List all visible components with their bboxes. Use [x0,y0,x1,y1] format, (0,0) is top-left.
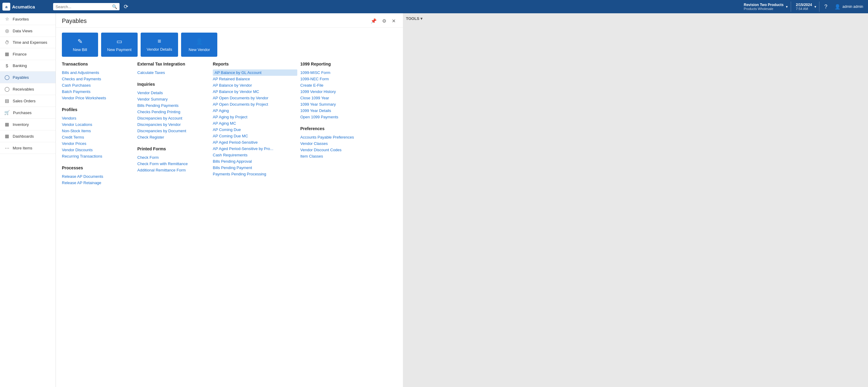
vendor-discount-codes-link[interactable]: Vendor Discount Codes [300,147,385,153]
1099-year-summary-link[interactable]: 1099 Year Summary [300,101,385,108]
ap-balance-gl-link[interactable]: AP Balance by GL Account [213,69,297,76]
tools-header[interactable]: TOOLS ▾ [406,16,865,21]
ap-balance-vendor-mc-link[interactable]: AP Balance by Vendor MC [213,88,297,95]
cash-requirements-link[interactable]: Cash Requirements [213,152,297,158]
profiles-title: Profiles [62,107,134,113]
recurring-transactions-link[interactable]: Recurring Transactions [62,153,134,159]
check-register-link[interactable]: Check Register [137,134,210,140]
sidebar-item-purchases[interactable]: 🛒 Purchases [0,107,56,119]
vendors-link[interactable]: Vendors [62,115,134,121]
ap-open-docs-vendor-link[interactable]: AP Open Documents by Vendor [213,95,297,101]
sidebar-item-banking[interactable]: $ Banking [0,60,56,71]
main-content: Payables 📌 ⚙ ✕ ✎ New Bill ▭ New Payment … [56,13,868,387]
1099-nec-form-link[interactable]: 1099-NEC Form [300,76,385,82]
sidebar-item-time-expenses[interactable]: ⏱ Time and Expenses [0,37,56,48]
new-vendor-button[interactable]: 👤 New Vendor [181,33,217,57]
create-efile-link[interactable]: Create E-File [300,82,385,88]
payables-icon: ◯ [4,75,10,80]
bills-adjustments-link[interactable]: Bills and Adjustments [62,69,134,76]
check-form-remittance-link[interactable]: Check Form with Remittance [137,160,210,167]
company-selector[interactable]: Revision Two Products Products Wholesale… [741,1,791,12]
ap-coming-due-link[interactable]: AP Coming Due [213,126,297,133]
credit-terms-link[interactable]: Credit Terms [62,134,134,140]
close-1099-year-link[interactable]: Close 1099 Year [300,95,385,101]
sidebar-item-more-items[interactable]: ⋯ More Items [0,142,56,154]
bills-pending-approval-link[interactable]: Bills Pending Approval [213,158,297,165]
ap-aging-link[interactable]: AP Aging [213,108,297,114]
ap-balance-vendor-link[interactable]: AP Balance by Vendor [213,82,297,88]
datetime-selector[interactable]: 2/15/2024 7:54 AM ▼ [794,1,819,12]
sidebar-label-data-views: Data Views [13,29,33,33]
vendor-classes-link[interactable]: Vendor Classes [300,140,385,147]
right-sidebar: TOOLS ▾ [403,13,868,387]
sidebar-item-payables[interactable]: ◯ Payables [0,71,56,83]
close-button[interactable]: ✕ [391,18,397,25]
new-payment-button[interactable]: ▭ New Payment [101,33,137,57]
checks-payments-link[interactable]: Checks and Payments [62,76,134,82]
ap-aging-project-link[interactable]: AP Aging by Project [213,114,297,120]
check-form-link[interactable]: Check Form [137,154,210,160]
1099-misc-form-link[interactable]: 1099-MISC Form [300,69,385,76]
transactions-title: Transactions [62,62,134,67]
ap-aged-period-pro-link[interactable]: AP Aged Period-Sensitive by Pro... [213,146,297,152]
ap-retained-balance-link[interactable]: AP Retained Balance [213,76,297,82]
column-1: Transactions Bills and Adjustments Check… [62,62,134,192]
ap-open-docs-project-link[interactable]: AP Open Documents by Project [213,101,297,108]
settings-button[interactable]: ⚙ [381,18,388,25]
receivables-icon: ◯ [4,86,10,92]
additional-remittance-link[interactable]: Additional Remittance Form [137,167,210,173]
discrepancies-vendor-link[interactable]: Discrepancies by Vendor [137,121,210,128]
new-bill-label: New Bill [73,48,87,52]
release-ap-retainage-link[interactable]: Release AP Retainage [62,180,134,186]
sidebar-item-favorites[interactable]: ☆ Favorites [0,13,56,25]
non-stock-items-link[interactable]: Non-Stock Items [62,128,134,134]
search-bar[interactable]: 🔍 [53,3,120,10]
history-button[interactable]: ⟳ [122,2,130,11]
sidebar-item-sales-orders[interactable]: ▤ Sales Orders [0,95,56,107]
sidebar-item-finance[interactable]: ▦ Finance [0,48,56,60]
ap-coming-due-mc-link[interactable]: AP Coming Due MC [213,133,297,139]
sidebar-label-finance: Finance [13,52,27,56]
payments-pending-processing-link[interactable]: Payments Pending Processing [213,171,297,177]
pin-button[interactable]: 📌 [369,18,378,25]
sidebar-item-inventory[interactable]: ▦ Inventory [0,119,56,130]
quick-actions-bar: ✎ New Bill ▭ New Payment ≡ Vendor Detail… [56,28,403,62]
purchases-icon: 🛒 [4,110,10,115]
ap-preferences-link[interactable]: Accounts Payable Preferences [300,134,385,140]
bills-pending-payment-link[interactable]: Bills Pending Payment [213,165,297,171]
vendor-prices-link[interactable]: Vendor Prices [62,140,134,147]
user-label: admin admin [842,4,863,9]
search-input[interactable] [56,4,112,9]
user-area[interactable]: 👤 admin admin [832,3,866,11]
cash-purchases-link[interactable]: Cash Purchases [62,82,134,88]
open-1099-payments-link[interactable]: Open 1099 Payments [300,114,385,120]
1099-vendor-history-link[interactable]: 1099 Vendor History [300,88,385,95]
vendor-locations-link[interactable]: Vendor Locations [62,121,134,128]
vendor-details-inquiry-link[interactable]: Vendor Details [137,90,210,96]
top-navigation: a Acumatica 🔍 ⟳ Revision Two Products Pr… [0,0,868,13]
sidebar-item-data-views[interactable]: ◎ Data Views [0,25,56,37]
checks-pending-printing-link[interactable]: Checks Pending Printing [137,109,210,115]
release-ap-documents-link[interactable]: Release AP Documents [62,173,134,180]
batch-payments-link[interactable]: Batch Payments [62,88,134,95]
vendor-price-worksheets-link[interactable]: Vendor Price Worksheets [62,95,134,101]
logo-area[interactable]: a Acumatica [2,3,51,10]
item-classes-link[interactable]: Item Classes [300,153,385,159]
calculate-taxes-link[interactable]: Calculate Taxes [137,69,210,76]
help-button[interactable]: ? [822,2,830,11]
ap-aged-period-link[interactable]: AP Aged Period-Sensitive [213,139,297,146]
finance-icon: ▦ [4,51,10,57]
vendor-discounts-link[interactable]: Vendor Discounts [62,147,134,153]
bills-pending-payments-link[interactable]: Bills Pending Payments [137,102,210,109]
ap-aging-mc-link[interactable]: AP Aging MC [213,120,297,126]
printed-forms-title: Printed Forms [137,146,210,152]
vendor-details-button[interactable]: ≡ Vendor Details [141,33,178,57]
discrepancies-document-link[interactable]: Discrepancies by Document [137,128,210,134]
discrepancies-account-link[interactable]: Discrepancies by Account [137,115,210,121]
sidebar-item-receivables[interactable]: ◯ Receivables [0,83,56,95]
new-bill-button[interactable]: ✎ New Bill [62,33,98,57]
vendor-summary-link[interactable]: Vendor Summary [137,96,210,102]
1099-year-details-link[interactable]: 1099 Year Details [300,108,385,114]
inquiries-title: Inquiries [137,82,210,87]
sidebar-item-dashboards[interactable]: ▦ Dashboards [0,130,56,142]
